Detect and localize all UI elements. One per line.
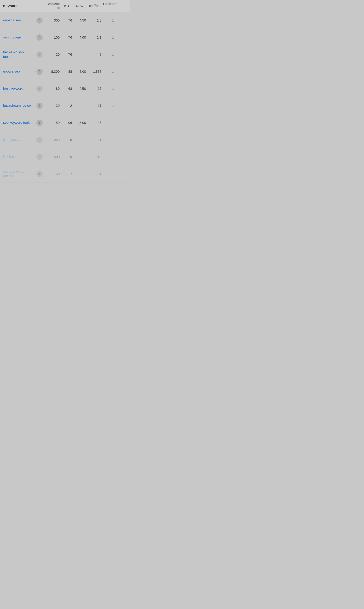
- keyword-cell[interactable]: youtube video outline: [0, 167, 33, 181]
- traffic-cell: 1.8: [88, 18, 103, 23]
- header-volume: Volumei: [46, 2, 61, 10]
- traffic-cell: 1,888: [88, 70, 103, 74]
- table-row: google seo58,300888.001,8881: [0, 63, 130, 80]
- table-row: onpage seo4300764.501.81: [0, 12, 130, 29]
- number-badge[interactable]: 4: [36, 137, 43, 143]
- kd-info-icon[interactable]: i: [70, 5, 72, 7]
- badge-cell: ≡: [33, 86, 46, 92]
- cpc-cell: —: [74, 172, 88, 176]
- number-badge[interactable]: 4: [36, 34, 43, 41]
- table-row: seo onpage4100764.001.11: [0, 29, 130, 46]
- number-badge[interactable]: 5: [36, 120, 43, 126]
- badge-cell: 1: [33, 171, 46, 177]
- number-badge[interactable]: 4: [36, 154, 43, 160]
- position-sort-icon[interactable]: ↓: [113, 7, 114, 10]
- header-traffic: Traffici: [88, 4, 103, 8]
- number-badge[interactable]: 1: [36, 171, 43, 177]
- keyword-cell[interactable]: backlinko seo tools: [0, 47, 33, 62]
- volume-cell: 8,300: [46, 70, 61, 74]
- header-cpc: CPCi: [74, 4, 88, 8]
- kd-cell: 76: [61, 36, 74, 40]
- position-cell: 1: [103, 36, 116, 40]
- volume-info-icon[interactable]: i: [57, 7, 60, 9]
- keyword-cell[interactable]: link baits: [0, 152, 33, 162]
- traffic-cell: 24: [88, 172, 103, 176]
- number-badge[interactable]: 5: [36, 103, 43, 109]
- cpc-cell: —: [74, 138, 88, 142]
- table-row: best keyword≡80684.50161: [0, 80, 130, 97]
- keyword-table: Keyword Volumei KDi CPCi Traffici Positi…: [0, 0, 130, 183]
- list-badge[interactable]: ≡: [36, 86, 43, 92]
- volume-cell: 150: [46, 121, 61, 125]
- table-row: seo keyword tools5150968.00251: [0, 114, 130, 131]
- kd-cell: 76: [61, 53, 74, 57]
- table-row: youtube video outline1607—241: [0, 165, 130, 183]
- traffic-cell: 16: [88, 87, 103, 91]
- kd-cell: 76: [61, 18, 74, 23]
- position-cell: 1: [103, 155, 116, 159]
- kd-cell: 96: [61, 121, 74, 125]
- keyword-cell[interactable]: best keyword: [0, 84, 33, 94]
- number-badge[interactable]: 5: [36, 68, 43, 75]
- kd-cell: 2: [61, 104, 74, 108]
- badge-cell: 🔗: [33, 52, 46, 58]
- volume-cell: 400: [46, 155, 61, 159]
- keyword-cell[interactable]: icon youtube: [0, 135, 33, 145]
- table-body: onpage seo4300764.501.81seo onpage410076…: [0, 12, 130, 183]
- cpc-info-icon[interactable]: i: [84, 5, 86, 7]
- volume-cell: 60: [46, 172, 61, 176]
- table-row: icon youtube425015—211: [0, 131, 130, 148]
- kd-cell: 88: [61, 70, 74, 74]
- volume-cell: 20: [46, 53, 61, 57]
- volume-cell: 30: [46, 104, 61, 108]
- cpc-cell: 4.50: [74, 87, 88, 91]
- keyword-cell[interactable]: onpage seo: [0, 15, 33, 26]
- volume-cell: 100: [46, 36, 61, 40]
- volume-cell: 250: [46, 138, 61, 142]
- kd-cell: 19: [61, 155, 74, 159]
- volume-cell: 300: [46, 18, 61, 23]
- badge-cell: 4: [33, 154, 46, 160]
- cpc-cell: 4.00: [74, 36, 88, 40]
- position-cell: 1: [103, 53, 116, 57]
- position-cell: 1: [103, 104, 116, 108]
- kd-cell: 7: [61, 172, 74, 176]
- badge-cell: 5: [33, 68, 46, 75]
- traffic-cell: 8: [88, 53, 103, 57]
- volume-cell: 80: [46, 87, 61, 91]
- badge-cell: 5: [33, 103, 46, 109]
- kd-cell: 15: [61, 138, 74, 142]
- traffic-info-icon[interactable]: i: [99, 5, 102, 7]
- position-cell: 1: [103, 18, 116, 23]
- cpc-cell: 8.00: [74, 121, 88, 125]
- traffic-cell: 11: [88, 104, 103, 108]
- cpc-cell: —: [74, 155, 88, 159]
- traffic-cell: 25: [88, 121, 103, 125]
- link-badge[interactable]: 🔗: [36, 52, 43, 58]
- position-cell: 1: [103, 172, 116, 176]
- cpc-cell: 8.00: [74, 70, 88, 74]
- badge-cell: 5: [33, 120, 46, 126]
- table-header: Keyword Volumei KDi CPCi Traffici Positi…: [0, 0, 130, 12]
- cpc-cell: —: [74, 53, 88, 57]
- position-cell: 1: [103, 70, 116, 74]
- keyword-cell[interactable]: buzzstream review: [0, 101, 33, 111]
- traffic-cell: 142: [88, 155, 103, 159]
- kd-cell: 68: [61, 87, 74, 91]
- header-position: Position↓: [103, 2, 116, 10]
- table-row: backlinko seo tools🔗2076—81: [0, 46, 130, 63]
- keyword-cell[interactable]: google seo: [0, 66, 33, 77]
- header-kd: KDi: [61, 4, 74, 8]
- keyword-cell[interactable]: seo keyword tools: [0, 118, 33, 128]
- position-cell: 1: [103, 87, 116, 91]
- position-cell: 1: [103, 138, 116, 142]
- badge-cell: 4: [33, 17, 46, 24]
- table-row: link baits440019—1421: [0, 148, 130, 165]
- header-keyword: Keyword: [0, 4, 33, 8]
- position-cell: 1: [103, 121, 116, 125]
- number-badge[interactable]: 4: [36, 17, 43, 24]
- keyword-cell[interactable]: seo onpage: [0, 32, 33, 42]
- badge-cell: 4: [33, 34, 46, 41]
- traffic-cell: 1.1: [88, 36, 103, 40]
- traffic-cell: 21: [88, 138, 103, 142]
